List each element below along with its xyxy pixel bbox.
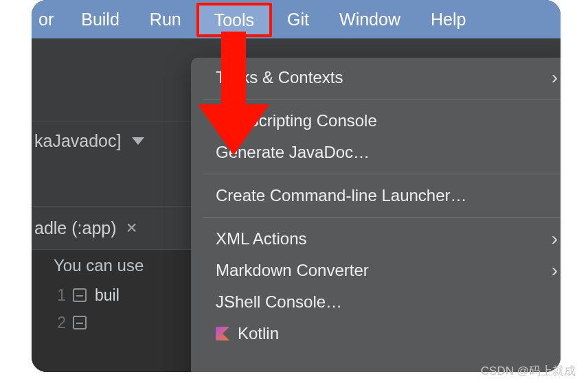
code-text: buil <box>95 286 120 305</box>
fold-icon[interactable] <box>73 288 87 302</box>
breadcrumb-bar[interactable]: kaJavadoc] <box>32 121 191 161</box>
menu-item-build[interactable]: Build <box>66 0 135 38</box>
menu-item-kotlin[interactable]: Kotlin <box>191 318 561 349</box>
menu-item-git[interactable]: Git <box>272 0 324 38</box>
menu-item-xml-actions[interactable]: XML Actions › <box>191 223 561 255</box>
menu-separator <box>203 174 561 174</box>
chevron-down-icon[interactable] <box>132 137 144 145</box>
chevron-right-icon: › <box>552 67 558 89</box>
editor-tab-label: adle (:app) <box>34 218 117 238</box>
line-number: 1 <box>32 286 73 305</box>
menu-item-window[interactable]: Window <box>324 0 416 38</box>
close-icon[interactable]: × <box>126 217 137 239</box>
menu-separator <box>203 217 561 218</box>
menu-item-label: JShell Console… <box>216 292 342 312</box>
menu-item-run[interactable]: Run <box>135 0 196 38</box>
menu-item-label: XML Actions <box>216 229 307 248</box>
menu-separator <box>203 99 561 100</box>
ide-window: or Build Run Tools Git Window Help k kaJ… <box>32 0 561 372</box>
breadcrumb-text: kaJavadoc] <box>34 131 121 151</box>
editor-hint: You can use <box>32 250 191 281</box>
menu-item-markdown-converter[interactable]: Markdown Converter › <box>191 255 561 286</box>
menu-item-label: IDE Scripting Console <box>216 111 377 130</box>
fold-icon[interactable] <box>73 316 87 329</box>
code-line[interactable]: 1 buil <box>32 281 191 309</box>
tools-dropdown: Tasks & Contexts › IDE Scripting Console… <box>191 58 561 372</box>
editor-area: You can use 1 buil 2 <box>32 250 191 372</box>
menu-item-ide-scripting[interactable]: IDE Scripting Console <box>191 105 561 137</box>
watermark: CSDN @码上就成 <box>481 363 576 379</box>
menu-item-label: Create Command-line Launcher… <box>216 186 467 205</box>
editor-tab[interactable]: adle (:app) × <box>32 206 191 250</box>
menu-item-label: Generate JavaDoc… <box>216 143 370 162</box>
code-line[interactable]: 2 <box>32 309 191 336</box>
menu-item-tasks-contexts[interactable]: Tasks & Contexts › <box>191 62 561 93</box>
menu-item-tools[interactable]: Tools <box>196 3 272 37</box>
chevron-right-icon: › <box>552 259 558 281</box>
menu-item-label: Tasks & Contexts <box>216 68 343 87</box>
kotlin-icon <box>216 327 229 340</box>
menu-item-label: Kotlin <box>238 324 279 343</box>
menu-item-help[interactable]: Help <box>416 0 481 38</box>
menu-item-truncated[interactable]: or <box>32 0 66 38</box>
menubar: or Build Run Tools Git Window Help <box>32 0 561 38</box>
menu-item-cmdline-launcher[interactable]: Create Command-line Launcher… <box>191 180 561 211</box>
menu-item-generate-javadoc[interactable]: Generate JavaDoc… <box>191 137 561 168</box>
line-number: 2 <box>32 314 73 332</box>
menu-item-label: Markdown Converter <box>216 261 369 280</box>
menu-item-jshell-console[interactable]: JShell Console… <box>191 286 561 318</box>
chevron-right-icon: › <box>552 228 558 250</box>
